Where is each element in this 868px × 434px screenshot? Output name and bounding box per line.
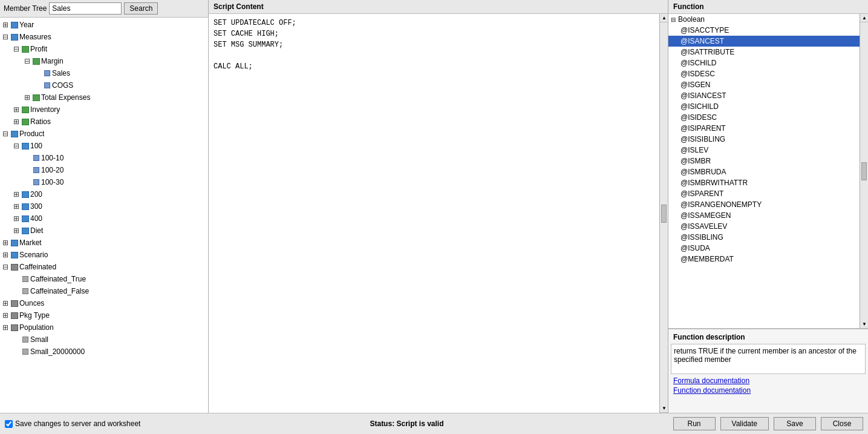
member-tree-search-input[interactable] [49, 2, 122, 15]
function-item-isuda[interactable]: @ISUDA [668, 243, 860, 254]
function-scroll-down[interactable]: ▼ [860, 320, 868, 329]
tree-item-product[interactable]: ⊟Product [0, 128, 208, 140]
function-item-isiparent[interactable]: @ISIPARENT [668, 123, 860, 134]
script-scroll-up[interactable]: ▲ [660, 14, 668, 22]
function-item-issavelev[interactable]: @ISSAVELEV [668, 221, 860, 232]
tree-text-cogs: COGS [52, 80, 73, 91]
tree-text-market: Market [19, 237, 42, 248]
tree-toggle-population[interactable]: ⊞ [1, 323, 10, 332]
function-item-ischild[interactable]: @ISCHILD [668, 58, 860, 68]
tree-toggle-p300[interactable]: ⊞ [12, 202, 21, 211]
validate-button[interactable]: Validate [720, 417, 769, 430]
tree-text-p100-10: 100-10 [41, 153, 64, 163]
function-scroll-thumb[interactable] [861, 162, 867, 180]
tree-toggle-totalexpenses[interactable]: ⊞ [23, 93, 31, 102]
script-editor[interactable]: SET UPDATECALC OFF; SET CACHE HIGH; SET … [209, 14, 659, 413]
tree-toggle-scenario[interactable]: ⊞ [1, 251, 10, 259]
tree-item-ounces[interactable]: ⊞Ounces [0, 297, 208, 309]
tree-toggle-pkgtype[interactable]: ⊞ [1, 311, 10, 320]
script-editor-inner[interactable]: SET UPDATECALC OFF; SET CACHE HIGH; SET … [214, 18, 654, 409]
function-item-isancest[interactable]: @ISANCEST [668, 36, 860, 47]
tree-item-year[interactable]: ⊞Year [0, 19, 208, 31]
tree-item-p100-30[interactable]: 100-30 [0, 176, 208, 188]
tree-item-p100-10[interactable]: 100-10 [0, 152, 208, 164]
script-scroll-thumb[interactable] [661, 205, 667, 223]
tree-item-caff-true[interactable]: Caffeinated_True [0, 273, 208, 285]
tree-item-caffeinated[interactable]: ⊟Caffeinated [0, 261, 208, 273]
function-documentation-link[interactable]: Function documentation [673, 386, 863, 395]
function-item-isparent[interactable]: @ISPARENT [668, 188, 860, 199]
tree-item-population[interactable]: ⊞Population [0, 321, 208, 334]
function-item-issibling[interactable]: @ISSIBLING [668, 232, 860, 243]
tree-item-p400[interactable]: ⊞400 [0, 212, 208, 225]
tree-container[interactable]: ⊞Year⊟Measures⊟Profit⊟MarginSalesCOGS⊞To… [0, 18, 208, 413]
tree-toggle-market[interactable]: ⊞ [1, 238, 10, 247]
function-item-memberdат[interactable]: @MEMBERDАТ [668, 254, 860, 265]
tree-toggle-p200[interactable]: ⊞ [12, 190, 21, 199]
function-item-issamegen[interactable]: @ISSAMEGEN [668, 210, 860, 221]
tree-item-diet[interactable]: ⊞Diet [0, 225, 208, 237]
tree-toggle-ounces[interactable]: ⊞ [1, 299, 10, 307]
tree-toggle-caffeinated[interactable]: ⊟ [1, 263, 10, 271]
function-item-ismbr[interactable]: @ISMBR [668, 156, 860, 166]
tree-toggle-profit[interactable]: ⊟ [12, 45, 21, 53]
tree-item-sales[interactable]: Sales [0, 67, 208, 79]
tree-toggle-ratios[interactable]: ⊞ [12, 117, 21, 126]
tree-item-margin[interactable]: ⊟Margin [0, 55, 208, 67]
tree-toggle-inventory[interactable]: ⊞ [12, 105, 21, 114]
function-scroll-up[interactable]: ▲ [860, 14, 868, 22]
function-item-islev[interactable]: @ISLEV [668, 145, 860, 156]
save-button[interactable]: Save [774, 417, 816, 430]
tree-text-small2: Small_20000000 [30, 346, 85, 357]
tree-text-ounces: Ounces [19, 298, 44, 309]
tree-item-inventory[interactable]: ⊞Inventory [0, 104, 208, 116]
tree-item-p100-20[interactable]: 100-20 [0, 164, 208, 176]
function-item-isichild[interactable]: @ISICHILD [668, 101, 860, 112]
tree-item-p100[interactable]: ⊟100 [0, 140, 208, 152]
formula-documentation-link[interactable]: Formula documentation [673, 376, 863, 385]
function-item-isattribute[interactable]: @ISATTRIBUTE [668, 47, 860, 58]
function-list[interactable]: ⊟Boolean@ISACCTYPE@ISANCEST@ISATTRIBUTE@… [668, 14, 860, 329]
function-item-ismbruda[interactable]: @ISMBRUDA [668, 166, 860, 177]
tree-toggle-year[interactable]: ⊞ [1, 21, 10, 29]
tree-toggle-p100[interactable]: ⊟ [12, 142, 21, 150]
tree-item-small2[interactable]: Small_20000000 [0, 346, 208, 358]
save-checkbox-text: Save changes to server and worksheet [15, 419, 140, 428]
function-item-israngenonempty[interactable]: @ISRANGENONEMPTY [668, 199, 860, 210]
close-button[interactable]: Close [821, 417, 863, 430]
script-scroll-down[interactable]: ▼ [660, 404, 668, 413]
tree-item-pkgtype[interactable]: ⊞Pkg Type [0, 309, 208, 321]
function-vscroll[interactable]: ▲ ▼ [860, 14, 868, 329]
function-item-isisibling[interactable]: @ISISIBLING [668, 134, 860, 145]
save-checkbox[interactable] [5, 420, 13, 428]
script-vscroll[interactable]: ▲ ▼ [659, 14, 668, 413]
tree-toggle-p400[interactable]: ⊞ [12, 214, 21, 223]
tree-toggle-diet[interactable]: ⊞ [12, 226, 21, 235]
function-item-isidesc[interactable]: @ISIDESC [668, 112, 860, 123]
function-item-isdesc[interactable]: @ISDESC [668, 68, 860, 79]
tree-item-small[interactable]: Small [0, 334, 208, 346]
function-item-isiancest[interactable]: @ISIANCEST [668, 90, 860, 101]
tree-toggle-product[interactable]: ⊟ [1, 130, 10, 138]
tree-item-totalexpenses[interactable]: ⊞Total Expenses [0, 91, 208, 104]
function-category-boolean[interactable]: ⊟Boolean [668, 14, 860, 25]
member-tree-search-button[interactable]: Search [124, 2, 158, 15]
run-button[interactable]: Run [673, 417, 716, 430]
function-item-isgen[interactable]: @ISGEN [668, 79, 860, 90]
tree-item-p200[interactable]: ⊞200 [0, 188, 208, 200]
tree-toggle-margin[interactable]: ⊟ [23, 57, 31, 65]
tree-item-cogs[interactable]: COGS [0, 79, 208, 91]
script-area-wrapper: SET UPDATECALC OFF; SET CACHE HIGH; SET … [209, 14, 668, 413]
tree-toggle-measures[interactable]: ⊟ [1, 33, 10, 41]
save-checkbox-label[interactable]: Save changes to server and worksheet [5, 419, 140, 428]
function-item-ismbrwithattr[interactable]: @ISMBRWITHATTR [668, 177, 860, 188]
tree-item-measures[interactable]: ⊟Measures [0, 31, 208, 43]
tree-item-ratios[interactable]: ⊞Ratios [0, 116, 208, 128]
tree-text-sales: Sales [52, 68, 70, 79]
tree-item-profit[interactable]: ⊟Profit [0, 43, 208, 55]
tree-item-caff-false[interactable]: Caffeinated_False [0, 285, 208, 297]
tree-item-p300[interactable]: ⊞300 [0, 200, 208, 212]
tree-item-scenario[interactable]: ⊞Scenario [0, 249, 208, 261]
function-item-isacctype[interactable]: @ISACCTYPE [668, 25, 860, 36]
tree-item-market[interactable]: ⊞Market [0, 237, 208, 249]
